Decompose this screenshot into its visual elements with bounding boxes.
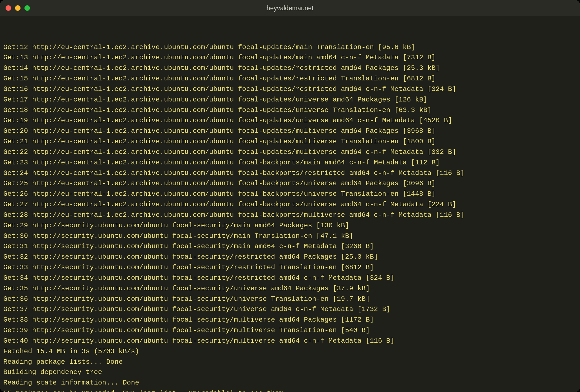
terminal-output-line: Get:40 http://security.ubuntu.com/ubuntu… bbox=[3, 336, 577, 346]
terminal-output-line: Get:15 http://eu-central-1.ec2.archive.u… bbox=[3, 73, 577, 84]
window-titlebar: heyvaldemar.net bbox=[0, 0, 580, 16]
maximize-icon[interactable] bbox=[24, 5, 30, 11]
terminal-output-line: Get:37 http://security.ubuntu.com/ubuntu… bbox=[3, 304, 577, 315]
terminal-output-line: Get:12 http://eu-central-1.ec2.archive.u… bbox=[3, 42, 577, 53]
terminal-output-line: Get:16 http://eu-central-1.ec2.archive.u… bbox=[3, 84, 577, 95]
terminal-output-line: Get:22 http://eu-central-1.ec2.archive.u… bbox=[3, 147, 577, 157]
terminal-window: heyvaldemar.net Get:12 http://eu-central… bbox=[0, 0, 580, 392]
terminal-output-line: Get:35 http://security.ubuntu.com/ubuntu… bbox=[3, 283, 577, 294]
terminal-output-line: Fetched 15.4 MB in 3s (5703 kB/s) bbox=[3, 346, 577, 357]
terminal-output-line: Get:32 http://security.ubuntu.com/ubuntu… bbox=[3, 252, 577, 262]
terminal-output-line: Get:23 http://eu-central-1.ec2.archive.u… bbox=[3, 157, 577, 168]
terminal-output-line: Get:17 http://eu-central-1.ec2.archive.u… bbox=[3, 95, 577, 105]
terminal-output-line: Get:26 http://eu-central-1.ec2.archive.u… bbox=[3, 189, 577, 199]
terminal-body[interactable]: Get:12 http://eu-central-1.ec2.archive.u… bbox=[0, 16, 580, 392]
terminal-output-line: Get:38 http://security.ubuntu.com/ubuntu… bbox=[3, 315, 577, 325]
terminal-output: Get:12 http://eu-central-1.ec2.archive.u… bbox=[3, 42, 577, 392]
terminal-output-line: Get:34 http://security.ubuntu.com/ubuntu… bbox=[3, 273, 577, 283]
terminal-output-line: Get:39 http://security.ubuntu.com/ubuntu… bbox=[3, 325, 577, 336]
terminal-output-line: Get:14 http://eu-central-1.ec2.archive.u… bbox=[3, 63, 577, 73]
terminal-output-line: Get:31 http://security.ubuntu.com/ubuntu… bbox=[3, 241, 577, 252]
window-title: heyvaldemar.net bbox=[0, 4, 580, 12]
minimize-icon[interactable] bbox=[15, 5, 21, 11]
terminal-output-line: Get:20 http://eu-central-1.ec2.archive.u… bbox=[3, 126, 577, 136]
terminal-output-line: Get:25 http://eu-central-1.ec2.archive.u… bbox=[3, 178, 577, 189]
terminal-output-line: Get:19 http://eu-central-1.ec2.archive.u… bbox=[3, 115, 577, 126]
terminal-output-line: Get:21 http://eu-central-1.ec2.archive.u… bbox=[3, 136, 577, 147]
close-icon[interactable] bbox=[6, 5, 11, 11]
terminal-output-line: Building dependency tree bbox=[3, 367, 577, 378]
terminal-output-line: Reading package lists... Done bbox=[3, 357, 577, 367]
terminal-output-line: Get:36 http://security.ubuntu.com/ubuntu… bbox=[3, 294, 577, 304]
terminal-output-line: Get:33 http://security.ubuntu.com/ubuntu… bbox=[3, 262, 577, 273]
terminal-output-line: Get:24 http://eu-central-1.ec2.archive.u… bbox=[3, 168, 577, 179]
terminal-output-line: Get:18 http://eu-central-1.ec2.archive.u… bbox=[3, 105, 577, 116]
terminal-output-line: 55 packages can be upgraded. Run 'apt li… bbox=[3, 388, 577, 392]
terminal-output-line: Get:27 http://eu-central-1.ec2.archive.u… bbox=[3, 199, 577, 210]
terminal-output-line: Get:29 http://security.ubuntu.com/ubuntu… bbox=[3, 220, 577, 231]
terminal-output-line: Get:30 http://security.ubuntu.com/ubuntu… bbox=[3, 231, 577, 241]
terminal-output-line: Reading state information... Done bbox=[3, 378, 577, 388]
terminal-output-line: Get:28 http://eu-central-1.ec2.archive.u… bbox=[3, 210, 577, 220]
terminal-output-line: Get:13 http://eu-central-1.ec2.archive.u… bbox=[3, 52, 577, 63]
window-controls bbox=[6, 5, 30, 11]
